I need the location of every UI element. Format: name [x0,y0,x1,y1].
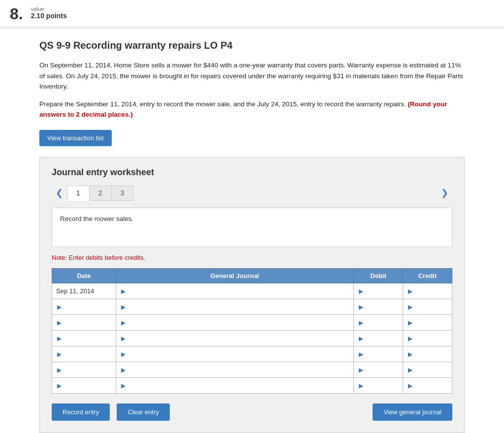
tab-3[interactable]: 3 [111,186,134,201]
worksheet-container: Journal entry worksheet ❮ 1 2 3 ❯ Record… [39,157,465,433]
table-row: ▶▶▶▶ [52,346,452,362]
journal-table: Date General Journal Debit Credit Sep 11… [52,268,452,394]
table-row: ▶▶▶▶ [52,377,452,393]
tab-next-arrow[interactable]: ❯ [437,187,452,198]
cell-credit-1[interactable]: ▶ [403,299,452,314]
cell-credit-3[interactable]: ▶ [403,330,452,346]
value-label: value: [31,6,67,12]
table-header-row: Date General Journal Debit Credit [52,268,452,283]
view-general-journal-button[interactable]: View general journal [373,403,452,421]
question-paragraph2: Prepare the September 11, 2014, entry to… [39,99,465,120]
note-text: Note: Enter debits before credits. [52,254,452,261]
cell-journal-5[interactable]: ▶ [116,362,354,377]
cell-debit-4[interactable]: ▶ [354,346,403,362]
cell-journal-0[interactable]: ▶ [116,283,354,299]
cell-debit-0[interactable]: ▶ [354,283,403,299]
tab-prev-arrow[interactable]: ❮ [52,187,67,198]
buttons-row: Record entry Clear entry View general jo… [52,403,452,421]
cell-debit-6[interactable]: ▶ [354,377,403,393]
question-paragraph1: On September 11, 2014, Home Store sells … [39,60,465,92]
question-header: 8. value: 2.10 points [0,0,504,28]
header-credit: Credit [403,268,452,283]
cell-credit-6[interactable]: ▶ [403,377,452,393]
cell-date-2[interactable]: ▶ [52,314,116,330]
cell-date-0[interactable]: Sep 11, 2014 [52,283,116,299]
table-row: Sep 11, 2014▶▶▶ [52,283,452,299]
tab-navigation: ❮ 1 2 3 ❯ [52,186,452,201]
question-title: QS 9-9 Recording warranty repairs LO P4 [39,40,465,51]
cell-journal-2[interactable]: ▶ [116,314,354,330]
header-general-journal: General Journal [116,268,354,283]
cell-debit-2[interactable]: ▶ [354,314,403,330]
cell-journal-4[interactable]: ▶ [116,346,354,362]
cell-credit-5[interactable]: ▶ [403,362,452,377]
cell-debit-1[interactable]: ▶ [354,299,403,314]
worksheet-title: Journal entry worksheet [52,167,452,178]
table-row: ▶▶▶▶ [52,330,452,346]
cell-date-3[interactable]: ▶ [52,330,116,346]
value-points: 2.10 points [31,12,67,20]
tab-2[interactable]: 2 [89,186,112,201]
cell-date-5[interactable]: ▶ [52,362,116,377]
cell-debit-3[interactable]: ▶ [354,330,403,346]
record-entry-button[interactable]: Record entry [52,403,110,421]
tab-list: 1 2 3 [67,186,133,201]
clear-entry-button[interactable]: Clear entry [117,403,170,421]
header-debit: Debit [354,268,403,283]
cell-date-1[interactable]: ▶ [52,299,116,314]
question-body: QS 9-9 Recording warranty repairs LO P4 … [0,28,504,433]
cell-debit-5[interactable]: ▶ [354,362,403,377]
cell-date-4[interactable]: ▶ [52,346,116,362]
view-transaction-button[interactable]: View transaction list [39,130,112,146]
tab-1[interactable]: 1 [67,186,90,201]
paragraph2-text: Prepare the September 11, 2014, entry to… [39,100,408,108]
instruction-box: Record the mower sales. [52,208,452,247]
cell-journal-3[interactable]: ▶ [116,330,354,346]
table-row: ▶▶▶▶ [52,362,452,377]
instruction-text: Record the mower sales. [60,215,133,222]
header-date: Date [52,268,116,283]
question-value-block: value: 2.10 points [31,6,67,20]
cell-credit-4[interactable]: ▶ [403,346,452,362]
cell-credit-2[interactable]: ▶ [403,314,452,330]
cell-date-6[interactable]: ▶ [52,377,116,393]
question-number: 8. [10,6,23,22]
cell-credit-0[interactable]: ▶ [403,283,452,299]
cell-journal-1[interactable]: ▶ [116,299,354,314]
table-row: ▶▶▶▶ [52,299,452,314]
cell-journal-6[interactable]: ▶ [116,377,354,393]
table-row: ▶▶▶▶ [52,314,452,330]
